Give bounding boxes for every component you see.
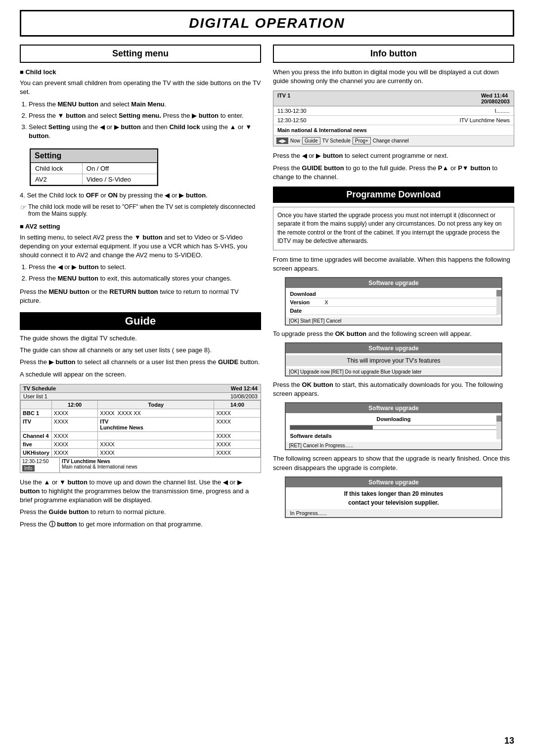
info-para-1: Press the ◀ or ▶ button to select curren…	[273, 151, 514, 160]
table-row: UKHistory XXXX XXXX XXXX	[21, 448, 261, 457]
child-lock-note: ☞ The child lock mode will be reset to "…	[20, 203, 261, 217]
tv-schedule-date: Wed 12:44	[231, 385, 258, 391]
setting-box: Setting Child lock On / Off AV2 Video / …	[30, 148, 158, 186]
setting-value-childlock: On / Off	[82, 163, 157, 174]
sw-upgrade-box-4: Software upgrade If this takes longer th…	[285, 476, 502, 518]
guide-para-4: A schedule will appear on the screen.	[20, 370, 261, 379]
slot: XXXX	[51, 440, 98, 448]
slot: XXXX	[214, 431, 261, 440]
para-after-box2: Press the OK button to start, this autom…	[273, 380, 514, 398]
sw-value-date	[324, 308, 497, 314]
col-time3: 14:00	[214, 400, 261, 409]
child-lock-title: ■ Child lock	[20, 68, 261, 77]
footer-desc: Main national & International news	[62, 464, 137, 470]
guide-section: Guide The guide shows the digital TV sch…	[20, 312, 261, 529]
tv-schedule-label: TV Schedule	[322, 138, 351, 143]
tv-schedule: TV Schedule Wed 12:44 User list 1 10/08/…	[20, 384, 261, 473]
tv-schedule-subheader: User list 1 10/08/2003	[20, 393, 261, 400]
sw-body-1: Download Version X Date	[286, 288, 501, 317]
setting-box-table: Child lock On / Off AV2 Video / S-Video	[31, 163, 157, 185]
footer-time-cell: 12:30-12:50 Info	[20, 458, 60, 472]
av2-body: In setting menu, to select AV2 press the…	[20, 233, 261, 260]
table-row: Channel 4 XXXX XXXX	[21, 431, 261, 440]
sw-label-download: Download	[290, 291, 324, 297]
step-2: Press the ▼ button and select Setting me…	[29, 111, 261, 120]
slot: ITVLunchtime News	[98, 417, 214, 431]
sw-upgrade-box-3: Software upgrade Downloading Software de…	[285, 402, 502, 450]
note-text: The child lock mode will be reset to "OF…	[28, 203, 261, 217]
after-schedule-1: Use the ▲ or ▼ button to move up and dow…	[20, 478, 261, 505]
change-channel-label: Change channel	[373, 138, 409, 143]
setting-box-title: Setting	[31, 149, 157, 163]
child-lock-section: ■ Child lock You can prevent small child…	[20, 68, 261, 217]
sw-label-date: Date	[290, 308, 324, 314]
av2-step-2: Press the MENU button to exit, this auto…	[29, 274, 261, 283]
sw-row-version: Version X	[290, 298, 497, 307]
tv-schedule-title: TV Schedule	[23, 385, 56, 391]
child-lock-steps: Press the MENU button and select Main Me…	[20, 100, 261, 141]
slot: XXXX	[214, 409, 261, 417]
sw-upgrade-box-1: Software upgrade Download Version X Date	[285, 277, 502, 326]
col-channel	[21, 400, 52, 409]
channel-name: Channel 4	[21, 431, 52, 440]
guide-para-3: Press the ▶ button to select all channel…	[20, 358, 261, 367]
sw-row-download: Download	[290, 290, 497, 298]
left-column: Setting menu ■ Child lock You can preven…	[20, 45, 261, 532]
note-symbol: ☞	[20, 203, 26, 211]
programme-download-section: Programme Download Once you have started…	[273, 187, 514, 518]
table-row: five XXXX XXXX XXXX	[21, 440, 261, 448]
sw-title-1: Software upgrade	[286, 278, 501, 288]
sw-upgrade-box-2: Software upgrade This will improve your …	[285, 342, 502, 377]
footer-title: ITV Lunchtime News	[62, 459, 137, 464]
channel-name: BBC 1	[21, 409, 52, 417]
setting-menu-header: Setting menu	[20, 45, 261, 63]
step-1: Press the MENU button and select Main Me…	[29, 100, 261, 109]
page-title: DIGITAL OPERATION	[20, 10, 514, 37]
sw-footer-2: [OK] Upgrade now [RET] Do not upgrade Bl…	[286, 368, 501, 376]
info-para-2: Press the GUIDE button to go to the full…	[273, 164, 514, 182]
nav-arrows-btn[interactable]: ◀▶	[276, 138, 288, 144]
para-after-box1: To upgrade press the OK button and the f…	[273, 330, 514, 338]
itv-channel: ITV 1	[277, 93, 290, 104]
channel-name: ITV	[21, 417, 52, 431]
setting-value-av2: Video / S-Video	[82, 174, 157, 185]
info-button[interactable]: Info	[22, 465, 35, 472]
itv-time2: 12:30-12:50	[277, 117, 307, 123]
guide-para-1: The guide shows the digital TV schedule.	[20, 334, 261, 343]
slot: XXXX	[51, 409, 98, 417]
sw-title-4: Software upgrade	[286, 477, 501, 487]
sw-value-version: X	[324, 299, 497, 305]
prog-plus-btn[interactable]: Prog+	[353, 137, 371, 144]
guide-btn[interactable]: Guide	[302, 137, 320, 144]
channel-name: UKHistory	[21, 448, 52, 457]
slot: XXXX	[98, 440, 214, 448]
after-schedule-2: Press the Guide button to return to norm…	[20, 508, 261, 517]
itv-guide-header: ITV 1 Wed 11:44 20/0802003	[273, 91, 514, 106]
sw-software-details: Software details	[290, 432, 497, 440]
progress-bar-outer	[290, 425, 497, 430]
slot: XXXX XXXX XX	[98, 409, 214, 417]
slot: XXXX	[51, 448, 98, 457]
itv-time-row-1: 11:30-12:30 I.........	[273, 106, 514, 116]
sw-title-2: Software upgrade	[286, 343, 501, 353]
av2-step-1: Press the ◀ or ▶ button to select.	[29, 263, 261, 272]
tv-schedule-date2: 10/08/2003	[230, 393, 258, 399]
table-row: Child lock On / Off	[31, 163, 157, 174]
slot: XXXX	[214, 448, 261, 457]
slot	[98, 431, 214, 440]
av2-setting-section: ■ AV2 setting In setting menu, to select…	[20, 222, 261, 306]
sw-row-date: Date	[290, 307, 497, 315]
sw-downloading: Downloading	[290, 415, 497, 423]
sw-progress-4: In Progress......	[286, 509, 501, 517]
sw-label-version: Version	[290, 299, 324, 305]
av2-title: ■ AV2 setting	[20, 222, 261, 231]
from-time-para: From time to time upgrades will become a…	[273, 255, 514, 273]
footer-time: 12:30-12:50	[22, 459, 57, 464]
itv-guide-footer: ◀▶ Now Guide TV Schedule Prog+ Change ch…	[273, 136, 514, 146]
itv-time-row-2: 12:30-12:50 ITV Lunchtime News	[273, 116, 514, 125]
itv-prog1: I.........	[494, 108, 510, 114]
av2-footer: Press the MENU button or the RETURN butt…	[20, 287, 261, 305]
itv-prog2: ITV Lunchtime News	[460, 117, 510, 123]
setting-label-av2: AV2	[31, 174, 83, 185]
guide-header: Guide	[20, 312, 261, 330]
